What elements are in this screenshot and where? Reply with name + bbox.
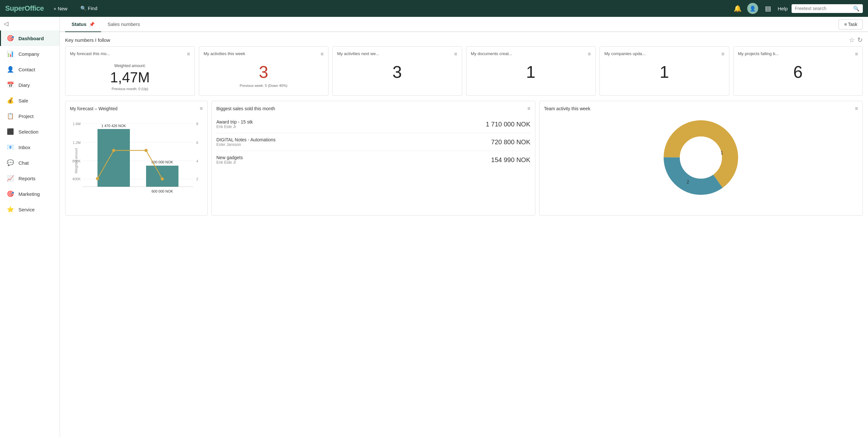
diary-icon: 📅 <box>6 81 14 89</box>
search-input[interactable] <box>795 6 851 11</box>
content-area: Status 📌 Sales numbers ≡ Task Key number… <box>60 17 868 437</box>
user-avatar[interactable]: 👤 <box>747 3 758 14</box>
sidebar-item-label: Project <box>19 113 34 119</box>
svg-text:1.2M: 1.2M <box>73 141 81 145</box>
svg-text:400K: 400K <box>72 177 81 181</box>
card-subtext: Previous week: 5 (Down 40%) <box>204 84 324 88</box>
sidebar-item-label: Marketing <box>19 191 40 197</box>
svg-point-25 <box>680 137 722 179</box>
sales-item-info: DIGITAL Notes - Automations Ester Jansso… <box>216 137 491 147</box>
svg-text:2: 2 <box>687 179 689 184</box>
tab-status[interactable]: Status 📌 <box>65 17 101 32</box>
card-value: 1,47M <box>70 68 190 87</box>
section-actions: ☆ ↻ <box>849 36 863 44</box>
sidebar-item-service[interactable]: ⭐ Service <box>0 202 60 217</box>
card-title: My forecast this mo... <box>70 51 110 57</box>
help-button[interactable]: Help <box>778 6 788 11</box>
messages-button[interactable]: ▤ <box>762 3 774 14</box>
sidebar-item-label: Chat <box>19 160 29 166</box>
sidebar-item-contact[interactable]: 👤 Contact <box>0 62 60 77</box>
search-container: 🔍 <box>792 4 863 13</box>
sidebar-item-chat[interactable]: 💬 Chat <box>0 155 60 171</box>
notifications-button[interactable]: 🔔 <box>732 3 743 14</box>
task-button[interactable]: ≡ Task <box>839 19 863 29</box>
sidebar-item-project[interactable]: 📋 Project <box>0 108 60 124</box>
svg-text:8: 8 <box>196 122 198 126</box>
card-menu-button[interactable]: ≡ <box>855 51 858 57</box>
new-button[interactable]: + New <box>50 4 71 13</box>
key-numbers-title: Key numbers I follow <box>65 37 110 43</box>
inbox-icon: 📧 <box>6 143 14 151</box>
star-action-button[interactable]: ☆ <box>849 36 855 44</box>
sales-item: DIGITAL Notes - Automations Ester Jansso… <box>216 133 530 151</box>
card-value: 1 <box>471 60 591 84</box>
card-menu-button[interactable]: ≡ <box>187 51 190 57</box>
card-menu-button[interactable]: ≡ <box>588 51 591 57</box>
card-subtext: Previous month: 0 (Up) <box>70 87 190 91</box>
sidebar-item-selection[interactable]: ⬛ Selection <box>0 124 60 139</box>
company-icon: 📊 <box>6 50 14 58</box>
refresh-action-button[interactable]: ↻ <box>857 36 863 44</box>
card-menu-button[interactable]: ≡ <box>321 51 323 57</box>
card-value: 6 <box>738 60 858 84</box>
sales-item-value: 1 710 000 NOK <box>486 121 530 128</box>
sidebar-collapse-button[interactable]: ◁ <box>0 17 60 30</box>
chat-icon: 💬 <box>6 158 14 167</box>
forecast-chart-title: My forecast – Weighted <box>70 106 118 111</box>
projects-falling-card: My projects falling b... ≡ 6 <box>733 46 863 96</box>
sidebar-item-diary[interactable]: 📅 Diary <box>0 77 60 93</box>
card-header: My activities this week ≡ <box>204 51 324 57</box>
marketing-icon: 🎯 <box>6 190 14 198</box>
svg-text:600 000 NOK: 600 000 NOK <box>152 160 173 164</box>
svg-point-20 <box>145 149 148 152</box>
dashboard: Status 📌 Sales numbers ≡ Task Key number… <box>60 17 868 437</box>
svg-rect-13 <box>97 129 130 187</box>
sales-item-name: Award trip - 15 stk <box>216 119 486 124</box>
key-numbers-cards: My forecast this mo... ≡ Weighted amount… <box>60 46 868 101</box>
sidebar: ◁ 🎯 Dashboard 📊 Company 👤 Contact 📅 Diar… <box>0 17 60 437</box>
donut-chart-svg: 1 2 <box>659 115 743 200</box>
card-header: My companies upda... ≡ <box>604 51 724 57</box>
card-title: My projects falling b... <box>738 51 779 57</box>
forecast-chart-card: My forecast – Weighted ≡ 1.6M 1.2M 800K … <box>65 101 208 215</box>
team-activity-card: Team activity this week ≡ <box>539 101 863 215</box>
card-header: My forecast this mo... ≡ <box>70 51 190 57</box>
sidebar-item-label: Inbox <box>19 145 30 150</box>
sidebar-item-label: Selection <box>19 129 38 135</box>
sidebar-item-label: Diary <box>19 82 30 88</box>
card-menu-button[interactable]: ≡ <box>454 51 457 57</box>
pin-icon: 📌 <box>89 22 95 27</box>
sidebar-item-company[interactable]: 📊 Company <box>0 46 60 62</box>
big-card-header: Biggest sales sold this month ≡ <box>216 106 530 112</box>
selection-icon: ⬛ <box>6 127 14 136</box>
biggest-sales-title: Biggest sales sold this month <box>216 106 275 111</box>
svg-point-18 <box>96 177 99 180</box>
svg-text:2: 2 <box>196 177 198 181</box>
sales-item-info: New gadgets Erik Eide Jr <box>216 155 491 165</box>
svg-text:4: 4 <box>196 159 198 163</box>
project-icon: 📋 <box>6 112 14 120</box>
svg-point-19 <box>112 149 115 152</box>
sidebar-item-sale[interactable]: 💰 Sale <box>0 93 60 108</box>
card-value: 3 <box>337 60 457 84</box>
documents-card: My documents creat... ≡ 1 <box>466 46 596 96</box>
sidebar-item-inbox[interactable]: 📧 Inbox <box>0 139 60 155</box>
sidebar-item-dashboard[interactable]: 🎯 Dashboard <box>0 30 60 46</box>
sales-item-name: DIGITAL Notes - Automations <box>216 137 491 142</box>
sidebar-item-label: Service <box>19 207 35 212</box>
find-button[interactable]: 🔍 Find <box>77 4 100 13</box>
tab-sales-numbers[interactable]: Sales numbers <box>101 17 146 32</box>
biggest-sales-menu-button[interactable]: ≡ <box>527 106 530 112</box>
sidebar-item-label: Sale <box>19 98 28 104</box>
sidebar-item-reports[interactable]: 📈 Reports <box>0 171 60 186</box>
svg-text:1: 1 <box>721 150 723 155</box>
team-activity-menu-button[interactable]: ≡ <box>855 106 858 112</box>
sidebar-item-marketing[interactable]: 🎯 Marketing <box>0 186 60 202</box>
contact-icon: 👤 <box>6 65 14 74</box>
donut-chart-wrapper: 1 2 <box>544 115 858 200</box>
big-card-header: My forecast – Weighted ≡ <box>70 106 203 112</box>
card-menu-button[interactable]: ≡ <box>721 51 724 57</box>
forecast-chart-menu-button[interactable]: ≡ <box>200 106 203 112</box>
search-icon: 🔍 <box>853 5 860 12</box>
sales-item-info: Award trip - 15 stk Erik Eide Jr <box>216 119 486 129</box>
